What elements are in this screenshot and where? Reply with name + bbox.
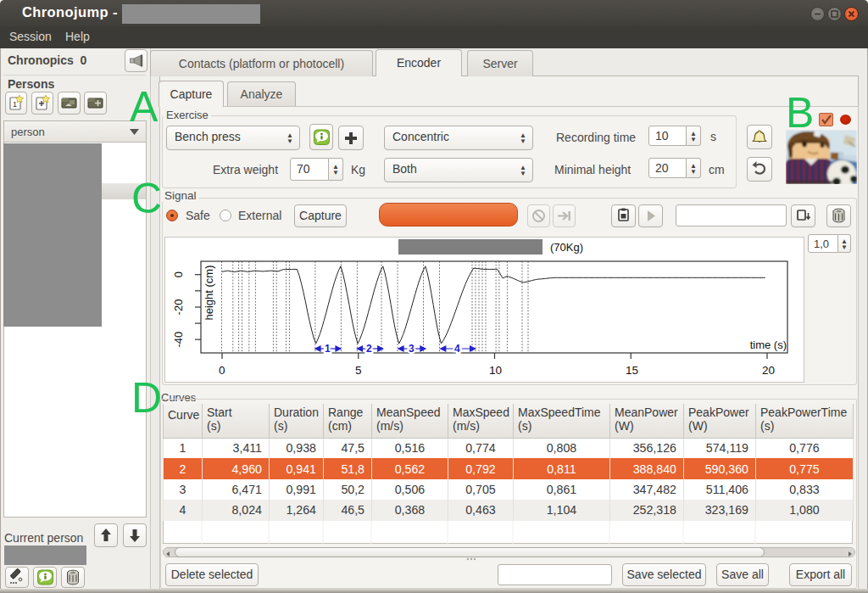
svg-text:4: 4 [454, 343, 460, 355]
svg-text:0: 0 [172, 271, 185, 277]
svg-text:1: 1 [13, 100, 17, 109]
svg-text:-40: -40 [172, 332, 185, 348]
svg-text:20: 20 [762, 364, 775, 377]
svg-text:0: 0 [219, 364, 225, 377]
svg-text:5: 5 [355, 364, 362, 377]
svg-text:(70Kg): (70Kg) [550, 241, 583, 254]
svg-text:10: 10 [489, 364, 502, 377]
svg-text:1: 1 [325, 343, 331, 355]
svg-text:15: 15 [626, 364, 638, 377]
svg-text:-20: -20 [172, 299, 185, 316]
svg-text:height (cm): height (cm) [203, 265, 215, 320]
svg-text:2: 2 [366, 343, 372, 355]
svg-text:time (s): time (s) [750, 338, 787, 351]
svg-text:3: 3 [409, 343, 415, 355]
